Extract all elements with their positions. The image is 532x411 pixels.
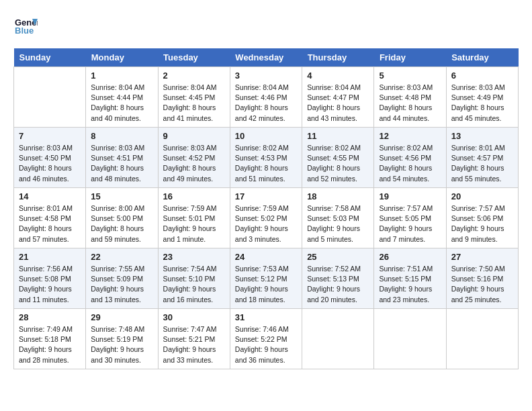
calendar-cell: 19Sunrise: 7:57 AM Sunset: 5:05 PM Dayli… bbox=[374, 188, 446, 248]
day-number: 14 bbox=[19, 191, 81, 201]
day-number: 15 bbox=[91, 191, 152, 201]
day-info: Sunrise: 7:46 AM Sunset: 5:22 PM Dayligh… bbox=[235, 324, 297, 365]
day-info: Sunrise: 7:48 AM Sunset: 5:19 PM Dayligh… bbox=[91, 324, 152, 365]
day-info: Sunrise: 7:57 AM Sunset: 5:06 PM Dayligh… bbox=[451, 203, 513, 244]
day-number: 11 bbox=[307, 131, 369, 141]
calendar-cell: 31Sunrise: 7:46 AM Sunset: 5:22 PM Dayli… bbox=[230, 309, 302, 369]
day-number: 13 bbox=[451, 131, 513, 141]
day-number: 24 bbox=[235, 252, 297, 262]
calendar-cell: 20Sunrise: 7:57 AM Sunset: 5:06 PM Dayli… bbox=[446, 188, 518, 248]
day-info: Sunrise: 7:49 AM Sunset: 5:18 PM Dayligh… bbox=[19, 324, 81, 365]
weekday-header-tuesday: Tuesday bbox=[158, 48, 230, 67]
day-info: Sunrise: 8:02 AM Sunset: 4:53 PM Dayligh… bbox=[235, 143, 297, 184]
day-number: 19 bbox=[379, 191, 441, 201]
day-number: 31 bbox=[235, 312, 297, 322]
day-number: 2 bbox=[163, 71, 225, 81]
calendar-week-row: 14Sunrise: 8:01 AM Sunset: 4:58 PM Dayli… bbox=[14, 188, 519, 248]
calendar-cell: 13Sunrise: 8:01 AM Sunset: 4:57 PM Dayli… bbox=[446, 128, 518, 188]
weekday-header-sunday: Sunday bbox=[14, 48, 86, 67]
day-info: Sunrise: 7:52 AM Sunset: 5:13 PM Dayligh… bbox=[307, 264, 369, 305]
day-number: 9 bbox=[163, 131, 225, 141]
calendar-cell: 12Sunrise: 8:02 AM Sunset: 4:56 PM Dayli… bbox=[374, 128, 446, 188]
day-info: Sunrise: 7:47 AM Sunset: 5:21 PM Dayligh… bbox=[163, 324, 225, 365]
calendar-cell bbox=[446, 309, 518, 369]
day-info: Sunrise: 8:03 AM Sunset: 4:50 PM Dayligh… bbox=[19, 143, 81, 184]
day-info: Sunrise: 8:00 AM Sunset: 5:00 PM Dayligh… bbox=[91, 203, 152, 244]
day-number: 20 bbox=[451, 191, 513, 201]
calendar-cell: 18Sunrise: 7:58 AM Sunset: 5:03 PM Dayli… bbox=[302, 188, 374, 248]
calendar-cell: 1Sunrise: 8:04 AM Sunset: 4:44 PM Daylig… bbox=[86, 67, 158, 128]
day-info: Sunrise: 8:02 AM Sunset: 4:55 PM Dayligh… bbox=[307, 143, 369, 184]
day-info: Sunrise: 8:04 AM Sunset: 4:46 PM Dayligh… bbox=[235, 83, 297, 124]
day-number: 5 bbox=[379, 71, 441, 81]
day-info: Sunrise: 7:58 AM Sunset: 5:03 PM Dayligh… bbox=[307, 203, 369, 244]
calendar-cell: 6Sunrise: 8:03 AM Sunset: 4:49 PM Daylig… bbox=[446, 67, 518, 128]
day-info: Sunrise: 7:59 AM Sunset: 5:01 PM Dayligh… bbox=[163, 203, 225, 244]
calendar-cell bbox=[302, 309, 374, 369]
day-number: 12 bbox=[379, 131, 441, 141]
day-info: Sunrise: 7:57 AM Sunset: 5:05 PM Dayligh… bbox=[379, 203, 441, 244]
calendar-week-row: 1Sunrise: 8:04 AM Sunset: 4:44 PM Daylig… bbox=[14, 67, 519, 128]
weekday-header-saturday: Saturday bbox=[446, 48, 518, 67]
day-info: Sunrise: 7:54 AM Sunset: 5:10 PM Dayligh… bbox=[163, 264, 225, 305]
day-number: 22 bbox=[91, 252, 152, 262]
day-number: 8 bbox=[91, 131, 152, 141]
day-info: Sunrise: 8:03 AM Sunset: 4:49 PM Dayligh… bbox=[451, 83, 513, 124]
day-number: 16 bbox=[163, 191, 225, 201]
calendar-cell: 26Sunrise: 7:51 AM Sunset: 5:15 PM Dayli… bbox=[374, 248, 446, 309]
calendar-cell: 21Sunrise: 7:56 AM Sunset: 5:08 PM Dayli… bbox=[14, 248, 86, 309]
day-number: 17 bbox=[235, 191, 297, 201]
day-number: 23 bbox=[163, 252, 225, 262]
calendar-cell: 7Sunrise: 8:03 AM Sunset: 4:50 PM Daylig… bbox=[14, 128, 86, 188]
calendar-cell: 10Sunrise: 8:02 AM Sunset: 4:53 PM Dayli… bbox=[230, 128, 302, 188]
calendar-cell: 24Sunrise: 7:53 AM Sunset: 5:12 PM Dayli… bbox=[230, 248, 302, 309]
calendar-cell: 27Sunrise: 7:50 AM Sunset: 5:16 PM Dayli… bbox=[446, 248, 518, 309]
day-info: Sunrise: 8:03 AM Sunset: 4:51 PM Dayligh… bbox=[91, 143, 152, 184]
day-number: 28 bbox=[19, 312, 81, 322]
day-info: Sunrise: 8:04 AM Sunset: 4:44 PM Dayligh… bbox=[91, 83, 152, 124]
day-info: Sunrise: 8:01 AM Sunset: 4:57 PM Dayligh… bbox=[451, 143, 513, 184]
day-info: Sunrise: 7:53 AM Sunset: 5:12 PM Dayligh… bbox=[235, 264, 297, 305]
weekday-header-friday: Friday bbox=[374, 48, 446, 67]
day-info: Sunrise: 8:01 AM Sunset: 4:58 PM Dayligh… bbox=[19, 203, 81, 244]
calendar-table: SundayMondayTuesdayWednesdayThursdayFrid… bbox=[13, 48, 519, 369]
calendar-week-row: 7Sunrise: 8:03 AM Sunset: 4:50 PM Daylig… bbox=[14, 128, 519, 188]
day-info: Sunrise: 7:56 AM Sunset: 5:08 PM Dayligh… bbox=[19, 264, 81, 305]
day-number: 26 bbox=[379, 252, 441, 262]
calendar-cell: 15Sunrise: 8:00 AM Sunset: 5:00 PM Dayli… bbox=[86, 188, 158, 248]
day-number: 7 bbox=[19, 131, 81, 141]
day-number: 29 bbox=[91, 312, 152, 322]
calendar-cell: 5Sunrise: 8:03 AM Sunset: 4:48 PM Daylig… bbox=[374, 67, 446, 128]
day-info: Sunrise: 7:59 AM Sunset: 5:02 PM Dayligh… bbox=[235, 203, 297, 244]
day-info: Sunrise: 8:03 AM Sunset: 4:48 PM Dayligh… bbox=[379, 83, 441, 124]
calendar-cell: 30Sunrise: 7:47 AM Sunset: 5:21 PM Dayli… bbox=[158, 309, 230, 369]
calendar-cell: 22Sunrise: 7:55 AM Sunset: 5:09 PM Dayli… bbox=[86, 248, 158, 309]
weekday-header-row: SundayMondayTuesdayWednesdayThursdayFrid… bbox=[14, 48, 519, 67]
svg-text:Blue: Blue bbox=[15, 26, 34, 36]
calendar-cell: 8Sunrise: 8:03 AM Sunset: 4:51 PM Daylig… bbox=[86, 128, 158, 188]
day-info: Sunrise: 8:02 AM Sunset: 4:56 PM Dayligh… bbox=[379, 143, 441, 184]
day-number: 21 bbox=[19, 252, 81, 262]
calendar-week-row: 21Sunrise: 7:56 AM Sunset: 5:08 PM Dayli… bbox=[14, 248, 519, 309]
page-header: General Blue bbox=[13, 13, 519, 38]
day-number: 6 bbox=[451, 71, 513, 81]
day-number: 3 bbox=[235, 71, 297, 81]
calendar-cell bbox=[374, 309, 446, 369]
day-info: Sunrise: 7:51 AM Sunset: 5:15 PM Dayligh… bbox=[379, 264, 441, 305]
calendar-cell: 11Sunrise: 8:02 AM Sunset: 4:55 PM Dayli… bbox=[302, 128, 374, 188]
calendar-cell: 17Sunrise: 7:59 AM Sunset: 5:02 PM Dayli… bbox=[230, 188, 302, 248]
day-info: Sunrise: 8:04 AM Sunset: 4:45 PM Dayligh… bbox=[163, 83, 225, 124]
calendar-cell bbox=[14, 67, 86, 128]
day-number: 25 bbox=[307, 252, 369, 262]
day-info: Sunrise: 7:55 AM Sunset: 5:09 PM Dayligh… bbox=[91, 264, 152, 305]
calendar-week-row: 28Sunrise: 7:49 AM Sunset: 5:18 PM Dayli… bbox=[14, 309, 519, 369]
calendar-cell: 28Sunrise: 7:49 AM Sunset: 5:18 PM Dayli… bbox=[14, 309, 86, 369]
day-number: 1 bbox=[91, 71, 152, 81]
calendar-cell: 14Sunrise: 8:01 AM Sunset: 4:58 PM Dayli… bbox=[14, 188, 86, 248]
calendar-cell: 23Sunrise: 7:54 AM Sunset: 5:10 PM Dayli… bbox=[158, 248, 230, 309]
logo: General Blue bbox=[13, 13, 42, 38]
calendar-cell: 9Sunrise: 8:03 AM Sunset: 4:52 PM Daylig… bbox=[158, 128, 230, 188]
day-number: 27 bbox=[451, 252, 513, 262]
day-number: 18 bbox=[307, 191, 369, 201]
calendar-cell: 25Sunrise: 7:52 AM Sunset: 5:13 PM Dayli… bbox=[302, 248, 374, 309]
